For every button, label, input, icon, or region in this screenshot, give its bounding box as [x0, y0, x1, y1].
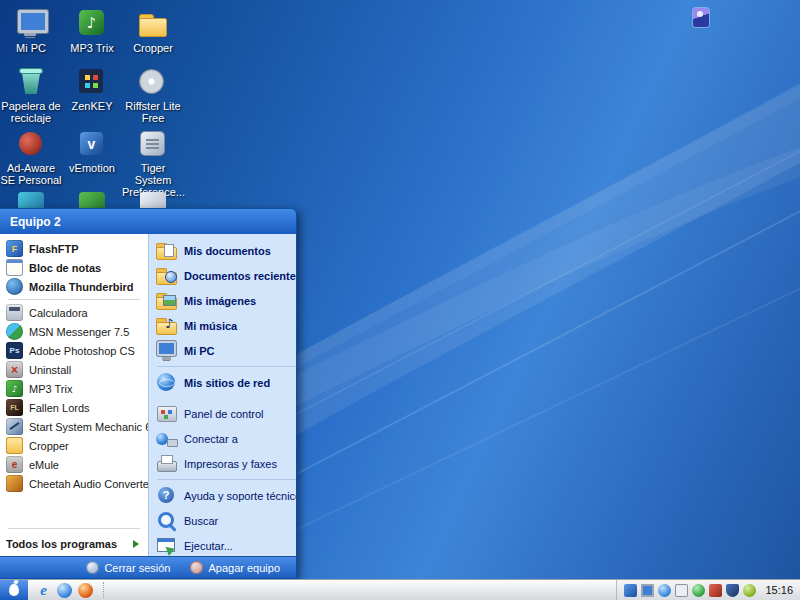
fallen-lords-icon [6, 399, 23, 416]
desktop-icon-label: MP3 Trix [70, 42, 113, 54]
menu-item-label: MSN Messenger 7.5 [29, 326, 129, 338]
tray-volume-icon[interactable] [675, 584, 688, 597]
menu-separator [8, 299, 140, 300]
startmenu-item-ayuda-y-soporte[interactable]: Ayuda y soporte técnico [149, 483, 297, 508]
quick-launch-bar [28, 583, 101, 598]
menu-separator [157, 479, 297, 480]
startmenu-item-buscar[interactable]: Buscar [149, 508, 297, 533]
tray-shield-icon[interactable] [726, 584, 739, 597]
tray-antivirus-icon[interactable] [692, 584, 705, 597]
startmenu-item-documentos-recientes[interactable]: Documentos recientes [149, 263, 297, 288]
startmenu-item-mis-sitios-de-red[interactable]: Mis sitios de red [149, 370, 297, 395]
desktop-icon-partial[interactable] [75, 190, 109, 208]
desktop-icon-partial[interactable] [14, 190, 48, 208]
internet-explorer-icon[interactable] [36, 583, 51, 598]
startmenu-item-conectar-a[interactable]: Conectar a [149, 426, 297, 451]
startmenu-item-impresoras-y-faxes[interactable]: Impresoras y faxes [149, 451, 297, 476]
menu-item-label: Ejecutar... [184, 540, 233, 552]
log-off-label: Cerrar sesión [104, 562, 170, 574]
my-computer-icon [14, 8, 48, 40]
emule-icon [6, 456, 23, 473]
cropper-folder-icon [6, 437, 23, 454]
desktop-icon-label: Papelera de reciclaje [0, 100, 62, 124]
startmenu-item-mi-musica[interactable]: Mi música [149, 313, 297, 338]
desktop-icon-label: Ad-Aware SE Personal [0, 162, 62, 186]
startmenu-item-emule[interactable]: eMule [0, 455, 148, 474]
control-panel-icon [155, 402, 178, 425]
tray-emule-icon[interactable] [709, 584, 722, 597]
startmenu-item-fallen-lords[interactable]: Fallen Lords [0, 398, 148, 417]
log-off-button[interactable]: Cerrar sesión [86, 561, 170, 574]
all-programs-button[interactable]: Todos los programas [0, 532, 148, 556]
browser-globe-icon[interactable] [57, 583, 72, 598]
desktop-icon-tiger-system[interactable]: Tiger System Preference... [122, 128, 184, 198]
tray-display-icon[interactable] [641, 584, 654, 597]
startmenu-item-mp3-trix[interactable]: MP3 Trix [0, 379, 148, 398]
startmenu-item-flashftp[interactable]: FlashFTP [0, 239, 148, 258]
startmenu-item-panel-de-control[interactable]: Panel de control [149, 401, 297, 426]
menu-item-label: Panel de control [184, 408, 264, 420]
start-menu-footer: Cerrar sesión Apagar equipo [0, 556, 296, 578]
desktop-icon-riffster[interactable]: Riffster Lite Free [122, 66, 184, 124]
recent-documents-icon [155, 264, 178, 287]
calculator-icon [6, 304, 23, 321]
startmenu-item-system-mechanic[interactable]: Start System Mechanic 6 [0, 417, 148, 436]
tiger-system-icon [136, 128, 170, 160]
printers-faxes-icon [155, 452, 178, 475]
desktop-icon-mi-pc[interactable]: Mi PC [0, 8, 62, 54]
startmenu-item-bloc-de-notas[interactable]: Bloc de notas [0, 258, 148, 277]
recycle-bin-icon [14, 66, 48, 98]
user-accounts-icon[interactable] [693, 8, 709, 27]
tray-messenger-icon[interactable] [658, 584, 671, 597]
desktop-icon-ad-aware[interactable]: Ad-Aware SE Personal [0, 128, 62, 186]
firefox-icon[interactable] [78, 583, 93, 598]
my-pictures-icon [155, 289, 178, 312]
desktop-icon-papelera[interactable]: Papelera de reciclaje [0, 66, 62, 124]
desktop-icon-cropper[interactable]: Cropper [122, 8, 184, 54]
search-icon [155, 509, 178, 532]
menu-item-label: FlashFTP [29, 243, 79, 255]
startmenu-item-cropper[interactable]: Cropper [0, 436, 148, 455]
startmenu-item-uninstall[interactable]: Uninstall [0, 360, 148, 379]
startmenu-item-msn-messenger[interactable]: MSN Messenger 7.5 [0, 322, 148, 341]
folder-icon [136, 8, 170, 40]
menu-item-label: Mi música [184, 320, 237, 332]
desktop-icon-label: Riffster Lite Free [122, 100, 184, 124]
connect-to-icon [155, 427, 178, 450]
startmenu-item-thunderbird[interactable]: Mozilla Thunderbird [0, 277, 148, 296]
desktop-icon-label: ZenKEY [72, 100, 113, 112]
mp3-trix-icon [75, 8, 109, 40]
desktop-icon-mp3-trix[interactable]: MP3 Trix [61, 8, 123, 54]
desktop-icon-partial[interactable] [136, 190, 170, 208]
menu-item-label: Cheetah Audio Converter [29, 478, 153, 490]
my-music-icon [155, 314, 178, 337]
mp3-trix-icon [6, 380, 23, 397]
startmenu-item-cheetah-converter[interactable]: Cheetah Audio Converter [0, 474, 148, 493]
taskbar: 15:16 [0, 579, 800, 600]
startmenu-item-photoshop[interactable]: Adobe Photoshop CS [0, 341, 148, 360]
startmenu-item-mis-documentos[interactable]: Mis documentos [149, 238, 297, 263]
menu-item-label: Bloc de notas [29, 262, 101, 274]
uninstall-icon [6, 361, 23, 378]
log-off-icon [86, 561, 99, 574]
menu-item-label: Conectar a [184, 433, 238, 445]
tray-network-icon[interactable] [624, 584, 637, 597]
ad-aware-icon [14, 128, 48, 160]
startmenu-item-ejecutar[interactable]: Ejecutar... [149, 533, 297, 558]
start-button[interactable] [0, 580, 28, 600]
startmenu-item-mi-pc[interactable]: Mi PC [149, 338, 297, 363]
desktop-icon-vemotion[interactable]: vEmotion [61, 128, 123, 174]
startmenu-item-mis-imagenes[interactable]: Mis imágenes [149, 288, 297, 313]
flashftp-icon [6, 240, 23, 257]
desktop-icon-label: Cropper [133, 42, 173, 54]
menu-item-label: Mozilla Thunderbird [29, 281, 134, 293]
taskbar-clock[interactable]: 15:16 [765, 584, 793, 596]
cheetah-converter-icon [6, 475, 23, 492]
startmenu-item-calculadora[interactable]: Calculadora [0, 303, 148, 322]
menu-item-label: Start System Mechanic 6 [29, 421, 151, 433]
desktop: Mi PC MP3 Trix Cropper Papelera de recic… [0, 0, 800, 600]
tray-update-icon[interactable] [743, 584, 756, 597]
shut-down-button[interactable]: Apagar equipo [190, 561, 280, 574]
shut-down-label: Apagar equipo [208, 562, 280, 574]
desktop-icon-zenkey[interactable]: ZenKEY [61, 66, 123, 112]
